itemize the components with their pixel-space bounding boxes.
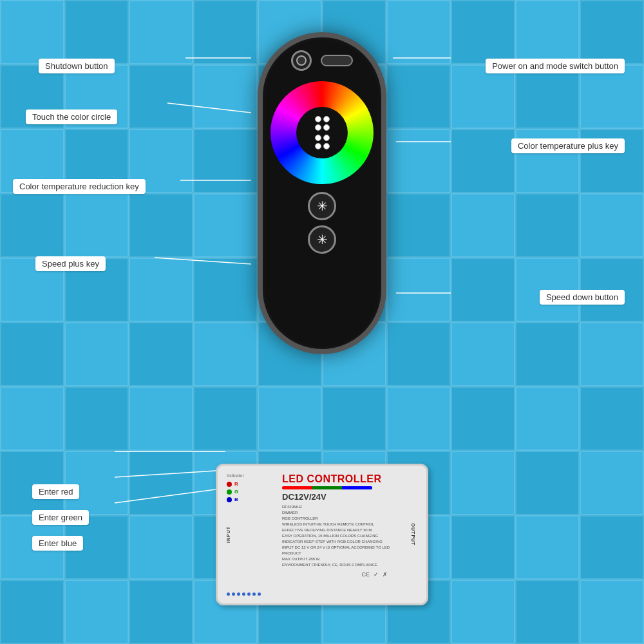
controller-title-area: LED CONTROLLER DC12V/24V RF433MHZ DIMMER… [282,473,394,568]
color-temp-reduction-label: Color temperature reduction key [13,179,146,194]
blue-dots [227,592,261,596]
controller-box: Indicator R G B LED C [216,464,428,605]
shutdown-label: Shutdown button [39,59,115,73]
spec-text: RF433MHZ DIMMER RGB CONTROLLER WIRELESS … [282,504,394,568]
color-temp-reduction-button[interactable] [315,135,330,149]
bg-tile [193,386,258,451]
remote-section: ✳ ✳ Shutdown button Power on and mode sw… [0,13,644,374]
color-wheel[interactable] [270,81,374,184]
led-green: G [227,489,244,495]
indicator-label: Indicator [227,473,244,478]
color-temp-plus-button[interactable] [315,116,330,131]
bg-tile [515,386,580,451]
speed-down-label: Speed down button [540,290,625,305]
input-label: INPUT [226,526,231,543]
power-mode-button[interactable] [321,55,353,66]
controller-section: Indicator R G B LED C [0,464,644,631]
top-buttons [291,50,353,71]
bg-tile [0,386,64,451]
speed-plus-button[interactable]: ✳ [308,192,336,220]
enter-green-label: Enter green [32,510,89,525]
enter-blue-label: Enter blue [32,536,83,551]
controller-title: LED CONTROLLER [282,473,394,485]
speed-down-button[interactable]: ✳ [308,225,336,254]
bg-tile [451,386,515,451]
enter-red-label: Enter red [32,484,79,499]
remote-body: ✳ ✳ [258,32,386,354]
voltage-text: DC12V/24V [282,492,394,502]
output-label: OUTPUT [411,524,415,546]
speed-plus-label: Speed plus key [35,256,106,271]
power-mode-label: Power on and mode switch button [486,59,625,73]
indicator-section: Indicator R G B [227,473,244,502]
touch-color-label: Touch the color circle [26,109,117,124]
bg-tile [64,386,129,451]
bg-tile [129,386,193,451]
bg-tile [258,386,322,451]
led-red: R [227,481,244,487]
shutdown-button[interactable] [291,50,312,71]
bg-tile [580,386,644,451]
led-blue: B [227,497,244,502]
bg-tile [322,386,386,451]
ce-marks: CE ✓ ✗ [361,571,388,578]
color-temp-plus-label: Color temperature plus key [511,138,625,153]
bg-tile [386,386,451,451]
